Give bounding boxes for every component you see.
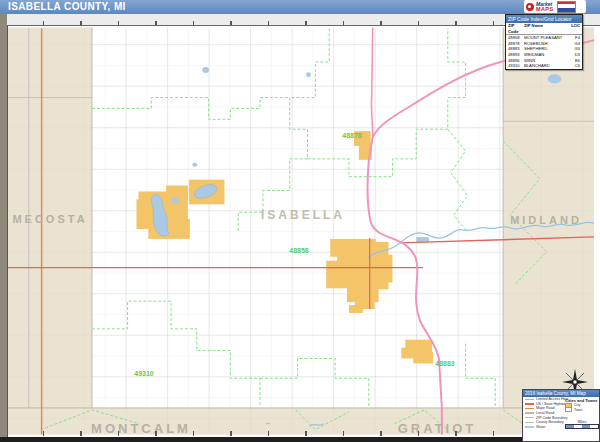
county-map-image (8, 25, 600, 437)
zip-index-column-headers: ZIP Code ZIP Name LOC (506, 23, 582, 35)
col-name: ZIP Name (524, 23, 571, 34)
county-label-midland: MIDLAND (510, 214, 582, 226)
marketmaps-logo: Market MAPS (524, 0, 586, 13)
zip-label-48883: 48883 (435, 360, 454, 367)
zip-index-header: ZIP Code Index/Grid Locator (506, 15, 582, 23)
map-legend: 2016 Isabella County, MI Map Limited Acc… (522, 389, 600, 442)
zip-label-49310: 49310 (134, 370, 153, 377)
map-canvas (7, 25, 600, 437)
county-label-isabella: ISABELLA (261, 208, 345, 222)
scale-bar-graphic (565, 424, 599, 429)
legend-header: 2016 Isabella County, MI Map (523, 390, 599, 397)
county-label-mecosta: MECOSTA (12, 213, 87, 225)
legend-cities-section: Cities and Towns City Town (565, 398, 600, 412)
zip-index-table: ZIP Code Index/Grid Locator ZIP Code ZIP… (505, 14, 583, 70)
col-loc: LOC (571, 23, 580, 34)
zip-label-48878: 48878 (342, 132, 361, 139)
page-title: ISABELLA COUNTY, MI (8, 1, 126, 12)
bottom-border-bar (0, 437, 600, 442)
legend-scale-bar: Miles (565, 420, 599, 429)
logo-globe-icon (526, 3, 534, 11)
col-zip: ZIP Code (508, 23, 524, 34)
map-page: MECOSTA ISABELLA MIDLAND MONTCALM GRATIO… (0, 0, 600, 442)
title-bar: ISABELLA COUNTY, MI (0, 0, 600, 14)
logo-secondary-badge (557, 1, 576, 13)
grid-ruler-bottom (7, 431, 600, 436)
zip-index-row: 49310 BLANCHARD C6 (506, 63, 582, 69)
legend-city-row: Town (565, 408, 600, 413)
road-grid (8, 27, 594, 434)
logo-text-maps: MAPS (536, 7, 554, 12)
left-margin (0, 14, 7, 442)
zip-label-48858: 48858 (289, 247, 308, 254)
